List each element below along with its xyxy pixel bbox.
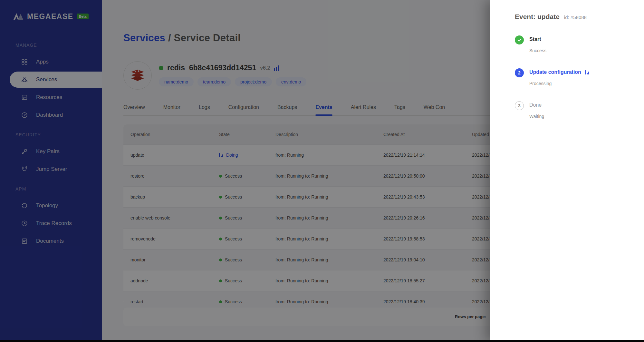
bar-chart-icon[interactable] bbox=[585, 70, 589, 74]
drawer-header: Event: update id: #58088 bbox=[515, 13, 634, 21]
step-badge: 2 bbox=[515, 68, 524, 77]
event-step: 2 Update configuration Processing bbox=[515, 68, 634, 101]
event-step: 3 Done Waiting bbox=[515, 101, 634, 119]
drawer-event-id: id: #58088 bbox=[564, 15, 587, 20]
event-steps: Start Success 2 Update configuration Pro… bbox=[515, 35, 634, 119]
step-title: Done bbox=[529, 101, 634, 108]
step-title: Update configuration bbox=[529, 68, 634, 75]
step-subtitle: Success bbox=[529, 48, 634, 53]
step-badge: 3 bbox=[515, 101, 524, 110]
step-subtitle: Processing bbox=[529, 81, 634, 86]
check-icon bbox=[515, 35, 524, 44]
step-title: Start bbox=[529, 35, 634, 42]
event-step: Start Success bbox=[515, 35, 634, 68]
step-connector bbox=[519, 80, 519, 99]
bottom-edge bbox=[0, 340, 644, 342]
step-connector bbox=[519, 47, 519, 66]
drawer-title: Event: update bbox=[515, 13, 560, 21]
step-subtitle: Waiting bbox=[529, 114, 634, 119]
event-drawer: Event: update id: #58088 Start Success 2… bbox=[490, 0, 644, 342]
